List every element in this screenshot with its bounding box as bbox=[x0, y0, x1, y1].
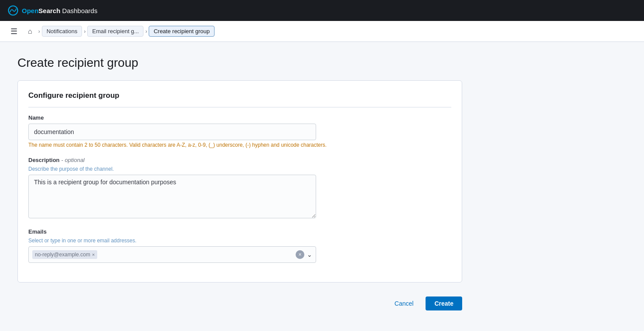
breadcrumb-divider-2: › bbox=[84, 28, 85, 34]
hamburger-menu-button[interactable]: ☰ bbox=[7, 25, 21, 38]
email-tag-remove-button[interactable]: × bbox=[92, 252, 95, 257]
name-hint: The name must contain 2 to 50 characters… bbox=[28, 142, 451, 148]
page-title: Create recipient group bbox=[17, 56, 462, 70]
email-clear-button[interactable]: × bbox=[296, 250, 304, 259]
page-content: Create recipient group Configure recipie… bbox=[0, 42, 480, 324]
footer-actions: Cancel Create bbox=[17, 297, 462, 310]
emails-label: Emails bbox=[28, 228, 451, 235]
create-button[interactable]: Create bbox=[426, 297, 462, 310]
description-label: Description- optional bbox=[28, 157, 451, 163]
breadcrumb-divider-1: › bbox=[38, 28, 40, 34]
logo-text: OpenSearch Dashboards bbox=[22, 7, 97, 14]
email-tag-text: no-reply@example.com bbox=[35, 252, 90, 258]
breadcrumb-notifications[interactable]: Notifications bbox=[42, 26, 82, 37]
name-input[interactable] bbox=[28, 124, 316, 140]
breadcrumb-email-recipient[interactable]: Email recipient g... bbox=[87, 26, 143, 37]
email-select-actions: × ⌄ bbox=[296, 250, 312, 259]
emails-field-group: Emails Select or type in one or more ema… bbox=[28, 228, 451, 263]
card-title: Configure recipient group bbox=[28, 91, 451, 107]
emails-hint: Select or type in one or more email addr… bbox=[28, 238, 451, 244]
breadcrumb-divider-3: › bbox=[145, 28, 147, 34]
name-label: Name bbox=[28, 114, 451, 121]
description-textarea[interactable]: This is a recipient group for documentat… bbox=[28, 175, 316, 218]
breadcrumb-create-recipient-group[interactable]: Create recipient group bbox=[149, 26, 215, 37]
top-navigation-bar: OpenSearch Dashboards bbox=[0, 0, 644, 21]
breadcrumb-bar: ☰ ⌂ › Notifications › Email recipient g.… bbox=[0, 21, 644, 42]
description-field-group: Description- optional Describe the purpo… bbox=[28, 157, 451, 220]
email-tag: no-reply@example.com × bbox=[32, 250, 97, 259]
emails-select-container[interactable]: no-reply@example.com × × ⌄ bbox=[28, 246, 316, 263]
cancel-button[interactable]: Cancel bbox=[388, 297, 421, 310]
app-logo: OpenSearch Dashboards bbox=[7, 4, 97, 17]
home-button[interactable]: ⌂ bbox=[24, 26, 36, 37]
description-hint: Describe the purpose of the channel. bbox=[28, 166, 451, 172]
email-dropdown-button[interactable]: ⌄ bbox=[307, 251, 312, 258]
name-field-group: Name The name must contain 2 to 50 chara… bbox=[28, 114, 451, 148]
configure-recipient-group-card: Configure recipient group Name The name … bbox=[17, 80, 462, 283]
